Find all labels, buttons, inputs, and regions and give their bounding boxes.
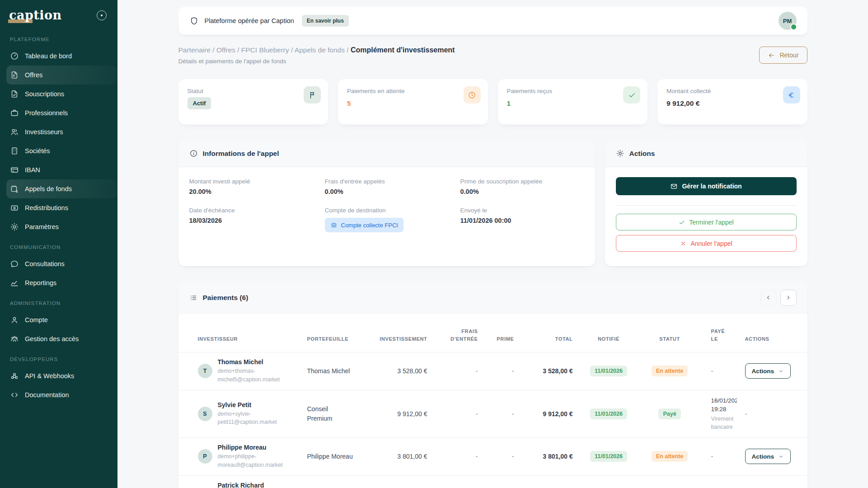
col-header-notifie: Notifié bbox=[578, 314, 644, 352]
stat-label: Montant collecté bbox=[666, 88, 798, 94]
col-header-total: Total bbox=[520, 314, 578, 352]
cancel-call-button[interactable]: Annuler l'appel bbox=[616, 235, 797, 252]
info-field: Date d'échéance18/03/2026 bbox=[189, 207, 325, 232]
table-row: SSylvie Petitdemo+sylvie-petit11@caption… bbox=[178, 390, 807, 438]
stat-card-3: Paiements reçus1 bbox=[498, 79, 648, 125]
info-field-value: 18/03/2026 bbox=[189, 217, 325, 224]
cancel-call-label: Annuler l'appel bbox=[690, 240, 732, 247]
breadcrumb-link[interactable]: Offres bbox=[216, 46, 235, 54]
learn-more-button[interactable]: En savoir plus bbox=[302, 15, 349, 27]
stat-value: 5 bbox=[347, 99, 479, 108]
col-header-investisseur: Investisseur bbox=[178, 314, 307, 352]
notified-cell: 11/01/2026 bbox=[578, 352, 644, 390]
stat-label: Statut bbox=[188, 88, 319, 94]
chart-icon bbox=[10, 278, 19, 287]
sidebar-item-iban[interactable]: IBAN bbox=[0, 160, 117, 179]
actions-cell bbox=[737, 475, 807, 488]
paid-method: Virement bancaire bbox=[711, 415, 737, 432]
destination-account-label: Compte collecte FPCI bbox=[341, 222, 398, 229]
gear-icon bbox=[616, 149, 624, 158]
chevron-left-icon bbox=[765, 294, 772, 301]
row-actions-button[interactable]: Actions bbox=[745, 363, 791, 379]
breadcrumb-link[interactable]: Partenaire bbox=[178, 46, 211, 54]
code-icon bbox=[10, 390, 19, 399]
building-icon bbox=[10, 146, 19, 155]
info-field-label: Compte de destination bbox=[325, 207, 460, 214]
list-icon bbox=[189, 294, 197, 302]
briefcase-icon bbox=[10, 108, 19, 117]
destination-account-chip[interactable]: Compte collecte FPCI bbox=[325, 218, 404, 232]
sidebar-item-investisseurs[interactable]: Investisseurs bbox=[0, 122, 117, 141]
sidebar-item-societes[interactable]: Sociétés bbox=[0, 141, 117, 160]
status-badge: Actif bbox=[188, 97, 211, 109]
sidebar-item-reportings[interactable]: Reportings bbox=[0, 273, 117, 292]
status-cell: Payé bbox=[644, 390, 700, 438]
total-cell: 9 912,00 € bbox=[520, 390, 578, 438]
breadcrumb-separator: / bbox=[345, 46, 351, 54]
sidebar-item-documentation[interactable]: Documentation bbox=[0, 385, 117, 404]
sidebar-item-redistributions[interactable]: Redistributions bbox=[0, 198, 117, 217]
sidebar-collapse-button[interactable] bbox=[97, 10, 107, 20]
sidebar-item-label: Consultations bbox=[25, 260, 65, 267]
sidebar-item-tableau-de-bord[interactable]: Tableau de bord bbox=[0, 47, 117, 66]
sidebar-item-label: API & Webhooks bbox=[25, 372, 74, 380]
manage-notification-button[interactable]: Gérer la notification bbox=[616, 177, 797, 195]
clock-icon bbox=[468, 91, 476, 99]
investor-email: demo+thomas-michel5@caption.market bbox=[218, 367, 286, 384]
info-field-label: Prime de souscription appelée bbox=[460, 178, 584, 185]
row-actions-button[interactable]: Actions bbox=[745, 449, 791, 464]
investor-avatar: P bbox=[198, 449, 212, 464]
notified-cell bbox=[578, 475, 644, 488]
col-header-paye-le: Payé le bbox=[700, 314, 737, 352]
table-row: Patrick Richard bbox=[178, 475, 807, 488]
finish-call-button[interactable]: Terminer l'appel bbox=[616, 214, 797, 230]
info-field: Frais d'entrée appelés0.00% bbox=[325, 178, 460, 195]
stat-cards: StatutActifPaiements en attente5Paiement… bbox=[178, 79, 807, 125]
status-cell: En attente bbox=[644, 352, 700, 390]
sidebar-item-consultations[interactable]: Consultations bbox=[0, 254, 117, 273]
table-row: TThomas Micheldemo+thomas-michel5@captio… bbox=[178, 352, 807, 390]
breadcrumb-link[interactable]: Appels de fonds bbox=[295, 46, 345, 54]
call-info-title: Informations de l'appel bbox=[203, 150, 279, 158]
sidebar-item-offres[interactable]: €Offres bbox=[6, 66, 117, 84]
row-actions-label: Actions bbox=[752, 368, 774, 375]
actions-cell: Actions bbox=[737, 438, 807, 476]
notified-badge: 11/01/2026 bbox=[590, 366, 627, 376]
status-badge: En attente bbox=[652, 451, 688, 462]
user-avatar[interactable]: PM bbox=[779, 12, 797, 30]
status-badge: En attente bbox=[652, 366, 688, 376]
chevron-down-icon bbox=[778, 454, 784, 460]
fees-cell: - bbox=[433, 438, 483, 476]
total-cell: 3 528,00 € bbox=[520, 352, 578, 390]
breadcrumb-link[interactable]: FPCI Blueberry bbox=[241, 46, 289, 54]
table-row: PPhilippe Moreaudemo+philippe-moreau9@ca… bbox=[178, 438, 807, 476]
dot-icon bbox=[101, 14, 103, 16]
breadcrumb-separator: / bbox=[289, 46, 295, 54]
nav-section-label: PLATEFORME bbox=[0, 28, 117, 47]
sidebar-item-appels-de-fonds[interactable]: $Appels de fonds bbox=[6, 179, 117, 198]
sidebar-item-gestion-des-acces[interactable]: Gestion des accès bbox=[0, 329, 117, 348]
sidebar-item-api-webhooks[interactable]: API & Webhooks bbox=[0, 366, 117, 385]
investor-name: Thomas Michel bbox=[218, 358, 286, 366]
investor-email: demo+philippe-moreau9@caption.market bbox=[218, 452, 286, 469]
divider bbox=[616, 205, 797, 206]
sidebar-item-parametres[interactable]: Paramètres bbox=[0, 217, 117, 236]
main-content: Plateforme opérée par Caption En savoir … bbox=[117, 0, 868, 488]
back-button[interactable]: Retour bbox=[759, 47, 807, 64]
sidebar-item-professionnels[interactable]: Professionnels bbox=[0, 103, 117, 122]
sidebar-item-label: Appels de fonds bbox=[25, 185, 72, 192]
pagination-next-button[interactable] bbox=[780, 290, 797, 306]
caption-logo[interactable]: caption bbox=[9, 9, 62, 21]
euro-icon bbox=[787, 91, 796, 99]
sidebar-item-compte[interactable]: Compte bbox=[0, 310, 117, 329]
prime-cell: - bbox=[483, 438, 520, 476]
sidebar-item-label: Reportings bbox=[25, 279, 56, 286]
sidebar-item-label: Documentation bbox=[25, 391, 69, 399]
sidebar-item-souscriptions[interactable]: Souscriptions bbox=[0, 84, 117, 103]
chat-icon bbox=[10, 259, 19, 268]
sidebar-item-label: Paramètres bbox=[25, 223, 59, 230]
investment-cell bbox=[375, 475, 433, 488]
paid-cell: 16/01/202619:28Virement bancaire bbox=[700, 390, 737, 438]
investment-cell: 3 528,00 € bbox=[375, 352, 433, 390]
pagination-prev-button[interactable] bbox=[760, 290, 777, 306]
